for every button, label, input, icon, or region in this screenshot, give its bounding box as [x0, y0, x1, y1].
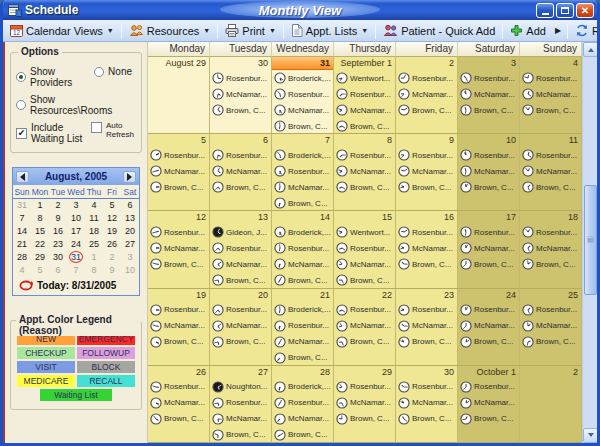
mini-calendar-prev-button[interactable]: [16, 171, 29, 183]
toolbar-expander-button[interactable]: ▶: [551, 24, 565, 37]
mini-calendar-day-cell[interactable]: 11: [85, 212, 103, 225]
auto-refresh-checkbox[interactable]: Auto Refresh: [91, 122, 136, 140]
calendar-cell[interactable]: 20Rosenbur...McNamar...Brown, C...: [210, 289, 272, 366]
mini-calendar-day-cell[interactable]: 30: [49, 251, 67, 264]
appointment-entry[interactable]: Brown, C...: [210, 427, 271, 443]
appointment-entry[interactable]: Brown, C...: [272, 427, 333, 443]
appointment-entry[interactable]: Brown, C...: [396, 411, 457, 427]
appointment-entry[interactable]: Rosenbur...: [334, 379, 395, 395]
include-waiting-list-checkbox[interactable]: ✔ Include Waiting List: [16, 122, 91, 144]
appointment-entry[interactable]: Brown, C...: [148, 411, 209, 427]
show-resources-radio[interactable]: Show Resources\Rooms: [16, 94, 136, 116]
calendar-cell[interactable]: 21Broderick,...Rosenbur...McNamar...Brow…: [272, 289, 334, 366]
appointment-entry[interactable]: Brown, C...: [272, 272, 333, 288]
appointment-entry[interactable]: Rosenbur...: [396, 224, 457, 240]
appointment-entry[interactable]: Gideon, J...: [210, 224, 271, 240]
maximize-button[interactable]: [556, 3, 574, 18]
mini-calendar-day-cell[interactable]: 23: [49, 238, 67, 251]
calendar-cell[interactable]: 12Rosenbur...McNamar...Brown, C...: [148, 211, 210, 288]
calendar-cell[interactable]: 7Broderick,...Rosenbur...McNamar...Brown…: [272, 134, 334, 211]
appointment-entry[interactable]: McNamar...: [396, 86, 457, 102]
mini-calendar-day-cell[interactable]: 16: [49, 225, 67, 238]
toolbar-appt-lists-button[interactable]: Appt. Lists▼: [286, 22, 373, 39]
appointment-entry[interactable]: McNamar...: [458, 86, 519, 102]
appointment-entry[interactable]: Brown, C...: [148, 256, 209, 272]
mini-calendar-day-cell[interactable]: 18: [85, 225, 103, 238]
appointment-entry[interactable]: Brown, C...: [520, 102, 581, 118]
appointment-entry[interactable]: McNamar...: [272, 102, 333, 118]
calendar-cell[interactable]: 25Rosenbur...McNamar...Brown, C...: [520, 289, 582, 366]
appointment-entry[interactable]: Brown, C...: [396, 179, 457, 195]
mini-calendar-day-cell[interactable]: 27: [121, 238, 139, 251]
appointment-entry[interactable]: Brown, C...: [458, 179, 519, 195]
calendar-cell[interactable]: August 29: [148, 57, 210, 134]
vertical-scrollbar[interactable]: [582, 42, 597, 443]
appointment-entry[interactable]: McNamar...: [334, 395, 395, 411]
appointment-entry[interactable]: McNamar...: [148, 240, 209, 256]
mini-calendar-day-cell[interactable]: 10: [67, 212, 85, 225]
mini-calendar-day-cell[interactable]: 4: [85, 199, 103, 212]
mini-calendar-today-cell[interactable]: 31: [67, 251, 85, 264]
appointment-entry[interactable]: McNamar...: [210, 411, 271, 427]
toolbar-calendar-views-button[interactable]: 12Calendar Views▼: [5, 22, 119, 39]
appointment-entry[interactable]: Rosenbur...: [334, 302, 395, 318]
appointment-entry[interactable]: Brown, C...: [396, 334, 457, 350]
appointment-entry[interactable]: Brown, C...: [272, 118, 333, 134]
appointment-entry[interactable]: McNamar...: [520, 318, 581, 334]
appointment-entry[interactable]: Rosenbur...: [458, 70, 519, 86]
appointment-entry[interactable]: Rosenbur...: [458, 147, 519, 163]
mini-calendar-day-cell[interactable]: 24: [67, 238, 85, 251]
mini-calendar-day-cell[interactable]: 17: [67, 225, 85, 238]
calendar-cell[interactable]: 3Rosenbur...McNamar...Brown, C...: [458, 57, 520, 134]
calendar-cell[interactable]: 18Rosenbur...McNamar...Brown, C...: [520, 211, 582, 288]
mini-calendar-day-cell[interactable]: 2: [49, 199, 67, 212]
calendar-cell[interactable]: 19Rosenbur...McNamar...Brown, C...: [148, 289, 210, 366]
appointment-entry[interactable]: Brown, C...: [458, 334, 519, 350]
calendar-cell[interactable]: 6Rosenbur...McNamar...Brown, C...: [210, 134, 272, 211]
calendar-cell[interactable]: 8Rosenbur...McNamar...Brown, C...: [334, 134, 396, 211]
appointment-entry[interactable]: Brown, C...: [458, 256, 519, 272]
appointment-entry[interactable]: Broderick,...: [272, 379, 333, 395]
appointment-entry[interactable]: Rosenbur...: [520, 147, 581, 163]
appointment-entry[interactable]: Brown, C...: [272, 195, 333, 211]
calendar-cell[interactable]: 17Rosenbur...McNamar...Brown, C...: [458, 211, 520, 288]
appointment-entry[interactable]: Brown, C...: [210, 179, 271, 195]
appointment-entry[interactable]: Rosenbur...: [334, 86, 395, 102]
appointment-entry[interactable]: Wentwort...: [334, 70, 395, 86]
mini-calendar-day-cell[interactable]: 6: [121, 199, 139, 212]
mini-calendar-day-cell[interactable]: 25: [85, 238, 103, 251]
calendar-cell[interactable]: 27Noughton...Rosenbur...McNamar...Brown,…: [210, 366, 272, 443]
appointment-entry[interactable]: McNamar...: [272, 411, 333, 427]
mini-calendar-day-cell[interactable]: 22: [31, 238, 49, 251]
appointment-entry[interactable]: McNamar...: [334, 318, 395, 334]
calendar-cell[interactable]: 2Rosenbur...McNamar...Brown, C...: [396, 57, 458, 134]
appointment-entry[interactable]: Rosenbur...: [210, 240, 271, 256]
appointment-entry[interactable]: Rosenbur...: [458, 224, 519, 240]
appointment-entry[interactable]: Wentwort...: [334, 224, 395, 240]
minimize-button[interactable]: [536, 3, 554, 18]
none-radio[interactable]: None: [94, 66, 132, 77]
appointment-entry[interactable]: Brown, C...: [210, 102, 271, 118]
appointment-entry[interactable]: Rosenbur...: [272, 240, 333, 256]
appointment-entry[interactable]: Brown, C...: [210, 272, 271, 288]
appointment-entry[interactable]: Brown, C...: [458, 102, 519, 118]
appointment-entry[interactable]: Rosenbur...: [396, 70, 457, 86]
appointment-entry[interactable]: Brown, C...: [520, 256, 581, 272]
appointment-entry[interactable]: Rosenbur...: [148, 147, 209, 163]
appointment-entry[interactable]: Brown, C...: [210, 334, 271, 350]
mini-calendar-day-cell[interactable]: 1: [85, 251, 103, 264]
calendar-cell[interactable]: 22Rosenbur...McNamar...Brown, C...: [334, 289, 396, 366]
appointment-entry[interactable]: Rosenbur...: [458, 379, 519, 395]
toolbar-patient-quick-add-button[interactable]: Patient - Quick Add: [378, 22, 500, 39]
appointment-entry[interactable]: Brown, C...: [334, 334, 395, 350]
appointment-entry[interactable]: McNamar...: [334, 256, 395, 272]
calendar-cell[interactable]: September 1Wentwort...Rosenbur...McNamar…: [334, 57, 396, 134]
mini-calendar-day-cell[interactable]: 29: [31, 251, 49, 264]
toolbar-add-button[interactable]: Add: [505, 22, 551, 39]
scroll-down-button[interactable]: [583, 428, 598, 443]
appointment-entry[interactable]: Rosenbur...: [396, 379, 457, 395]
calendar-cell[interactable]: 29Rosenbur...McNamar...Brown, C...: [334, 366, 396, 443]
mini-calendar-day-cell[interactable]: 3: [67, 199, 85, 212]
mini-calendar-day-cell[interactable]: 19: [103, 225, 121, 238]
calendar-cell[interactable]: 26Rosenbur...McNamar...Brown, C...: [148, 366, 210, 443]
